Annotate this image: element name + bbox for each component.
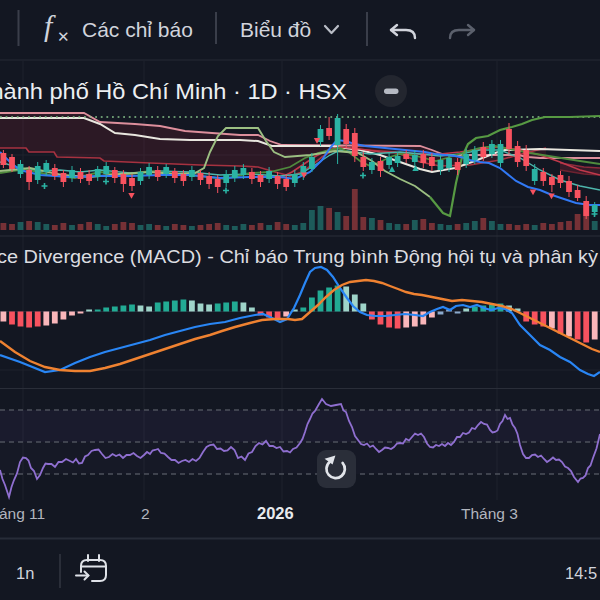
svg-text:14:5: 14:5: [565, 564, 597, 582]
svg-text:1n: 1n: [16, 564, 34, 582]
svg-text:Thành phố Hồ Chí Minh · 1D · H: Thành phố Hồ Chí Minh · 1D · HSX: [0, 79, 347, 104]
svg-text:2026: 2026: [257, 504, 294, 522]
svg-text:Biểu đồ: Biểu đồ: [240, 18, 311, 41]
svg-text:Các chỉ báo: Các chỉ báo: [82, 18, 193, 41]
svg-text:ce Divergence (MACD) - Chỉ báo: ce Divergence (MACD) - Chỉ báo Trung bìn…: [0, 247, 598, 267]
svg-text:✕: ✕: [57, 28, 70, 45]
svg-text:2: 2: [141, 505, 150, 522]
svg-text:Tháng 3: Tháng 3: [461, 505, 518, 522]
svg-text:tháng 11: tháng 11: [0, 505, 45, 522]
